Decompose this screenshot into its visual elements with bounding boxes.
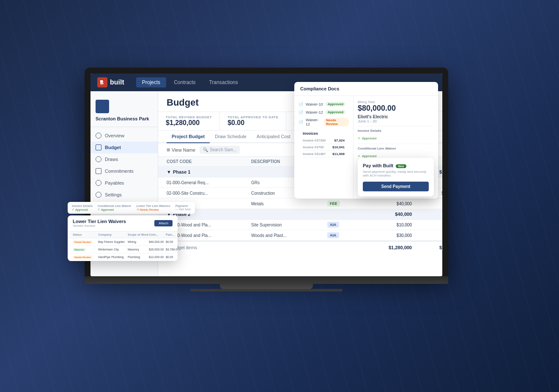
sidebar-item-budget[interactable]: Budget: [90, 142, 158, 153]
lien-row-3[interactable]: Needs Review HardPipe Plumbing Plumbing …: [68, 253, 178, 261]
payment-label: Payment: [175, 204, 191, 207]
compliance-item-1: 📄 Waiver-10 Approved: [299, 100, 349, 108]
invoices-section: Invoices Invoice #37390 $7,024 Invoice #…: [299, 128, 349, 161]
budget-stat-revised: TOTAL REVISED BUDGET $1,280,000: [158, 112, 220, 130]
commitments-icon: [96, 168, 101, 174]
pay-popup: Pay with Built New Send payment quickly,…: [358, 158, 434, 196]
view-name-button[interactable]: ⊞ View Name: [167, 147, 195, 152]
conditional-lien-section: Conditional Lien Waiver ✓ Approved: [358, 144, 434, 159]
invoice-item-2[interactable]: Invoice #3700 $10,041: [303, 144, 345, 151]
attach-button[interactable]: Attach: [154, 220, 173, 226]
laptop-base: [85, 276, 448, 284]
lien-waivers-popup: Lower Tier Lien Waivers Vendor Invoice A…: [68, 215, 178, 261]
invoice-item-3[interactable]: Invoice #31487 $11,008: [303, 151, 345, 158]
logo-text: built: [110, 79, 124, 86]
compliance-item-3: 📄 Waiver-12 Needs Review: [299, 116, 349, 128]
nav-tab-transactions[interactable]: Transactions: [203, 77, 244, 87]
invoice-details-section: Invoice Details ✓ Approved: [358, 126, 434, 141]
budget-stat-approved: TOTAL APPROVED TO DATE $0.00: [220, 112, 286, 130]
logo-icon: [97, 77, 107, 87]
sidebar-item-payables[interactable]: Payables: [90, 177, 158, 189]
compliance-left: 📄 Waiver-10 Approved 📄 Waiver-12 Approve…: [294, 96, 353, 199]
table-footer: 5 budget items $1,280,000 $1,280,000: [158, 241, 442, 253]
pay-title: Pay with Built: [363, 163, 393, 168]
lien-row-2[interactable]: Masonry Wintertown City Masonry $20,000.…: [68, 246, 178, 253]
budget-icon: [96, 144, 101, 150]
sidebar-item-draws[interactable]: Draws: [90, 153, 158, 165]
nav-tab-projects[interactable]: Projects: [136, 77, 166, 87]
search-box[interactable]: 🔍 Search Sam...: [200, 146, 240, 154]
laptop-stand: [220, 284, 313, 289]
phase-row-2[interactable]: ▼ Phase 2 $40,000 $40,000: [158, 209, 442, 220]
app-logo: built: [97, 77, 124, 87]
sidebar-item-settings[interactable]: Settings: [90, 189, 158, 201]
tab-anticipated-cost[interactable]: Anticipated Cost: [252, 131, 296, 143]
draws-icon: [96, 156, 101, 162]
lien-popup-wrapper: Invoice Details ✓ Approved Conditional L…: [68, 202, 195, 261]
table-row[interactable]: 06-000-Wood and Pla... Woods and Plast..…: [158, 230, 442, 241]
project-logo: [96, 100, 109, 113]
tab-project-budget[interactable]: Project Budget: [167, 131, 210, 143]
conditional-lien-label: Conditional Lien Waiver: [98, 204, 131, 207]
invoice-item-1[interactable]: Invoice #37390 $7,024: [303, 137, 345, 144]
settings-icon: [96, 192, 101, 198]
mini-status-bar: Invoice Details ✓ Approved Conditional L…: [68, 202, 195, 214]
project-name: Scranton Business Park: [96, 116, 153, 122]
lien-row-1[interactable]: Needs Review Bay Fixture Supplier Wiring…: [68, 238, 178, 246]
lower-tier-label: Lower Tier Lien Waivers: [137, 204, 170, 207]
table-row[interactable]: 06-000-Wood and Pla... Site Supervision …: [158, 220, 442, 230]
overview-icon: [96, 133, 101, 139]
laptop-foot: [190, 289, 343, 291]
invoice-details-label: Invoice Details: [72, 204, 93, 207]
nav-tabs: Projects Contracts Transactions: [136, 77, 244, 87]
pay-subtitle: Send payment quickly, easily and securel…: [363, 170, 429, 177]
sidebar-item-commitments[interactable]: Commitments: [90, 165, 158, 177]
send-payment-button[interactable]: Send Payment: [363, 182, 429, 191]
lien-popup-header: Lower Tier Lien Waivers Vendor Invoice A…: [68, 215, 178, 231]
lien-table-header: Status Company Scope of Work Cont... Pai…: [68, 231, 178, 238]
tab-draw-schedule[interactable]: Draw Schedule: [210, 131, 252, 143]
payables-icon: [96, 180, 101, 186]
compliance-item-2: 📄 Waiver-12 Approved: [299, 108, 349, 116]
search-icon: 🔍: [203, 147, 208, 152]
vendor-note: Vendor Invoice: [73, 224, 126, 228]
project-card[interactable]: Scranton Business Park: [90, 96, 158, 127]
sidebar-item-overview[interactable]: Overview: [90, 130, 158, 142]
lien-popup-title: Lower Tier Lien Waivers: [73, 219, 126, 224]
nav-tab-contracts[interactable]: Contracts: [168, 77, 201, 87]
table-row[interactable]: 05-000-Metals Metals FEE $40,000 $40,000: [158, 199, 442, 209]
compliance-header: Compliance Docs: [294, 82, 438, 96]
